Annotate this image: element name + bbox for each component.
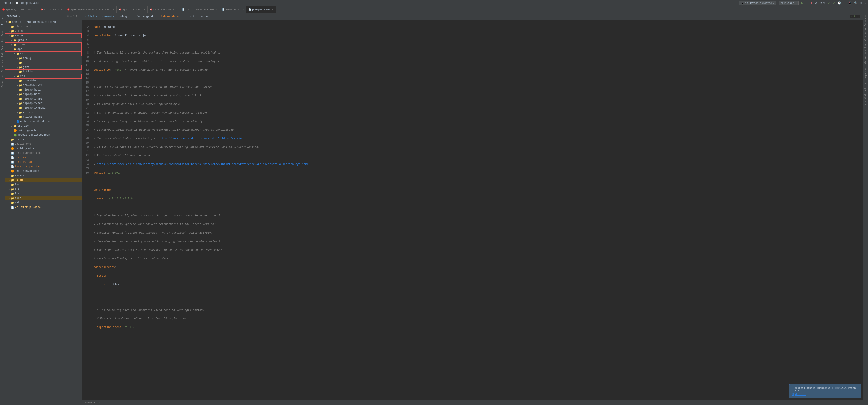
tree-item-mipmap-mdpi[interactable]: ▶ 📁 mipmap-mdpi: [5, 92, 82, 97]
sync-icon[interactable]: ⚙: [67, 14, 69, 18]
right-tab-ads-wifi[interactable]: ADS WiFi: [864, 93, 867, 106]
device-icon[interactable]: 📱: [848, 1, 851, 5]
tab-close-manifest[interactable]: ✕: [216, 8, 217, 11]
tree-item-dart-tool[interactable]: ▶ 📁 .dart_tool: [5, 24, 82, 29]
tab-constants[interactable]: 🎯 constants.dart ✕: [148, 6, 180, 13]
sort-icon[interactable]: ↕: [73, 14, 74, 18]
tree-item-mipmap-xxxhdpi[interactable]: ▶ 📁 mipmap-xxxhdpi: [5, 106, 82, 110]
panel-label-project[interactable]: Project: [1, 14, 4, 26]
tree-item-mipmap-xxhdpi[interactable]: ▶ 📁 mipmap-xxhdpi: [5, 101, 82, 106]
code-line-12: # build by specifying --build-name and -…: [94, 120, 863, 124]
undo-icon[interactable]: ↩: [844, 1, 845, 5]
file-name: 📄 pubspec.yaml: [16, 2, 39, 5]
tab-manifest[interactable]: 📄 AndroidManifest.xml ✕: [180, 6, 220, 13]
tree-item-main[interactable]: ▶ 📁 main: [5, 61, 82, 65]
tab-close-constants[interactable]: ✕: [176, 8, 178, 11]
tree-item-gradle-android[interactable]: ▶ 📁 gradle: [5, 38, 82, 42]
right-tab-flutter-inspector[interactable]: Flutter Inspector: [864, 66, 867, 92]
code-editor[interactable]: 123 456 789 101112 131415 161718 192021 …: [82, 20, 863, 400]
tree-item-android[interactable]: ▼ 📁 android: [5, 33, 82, 38]
tree-label-gradlew: gradlew: [15, 156, 26, 159]
tree-item-values[interactable]: ▶ 📁 values: [5, 110, 82, 115]
git-status: ✓ ✓ ✓: [828, 1, 835, 5]
right-tab-flutter-outline[interactable]: Flutter Outline: [864, 43, 867, 66]
tab-apibody[interactable]: 🎯 apiBodyParameterLabels.dart ✕: [65, 6, 117, 13]
panel-label-pull-requests[interactable]: Pull Requests: [1, 38, 4, 58]
tree-item-gradlew-bat[interactable]: ▶ 📄 gradlew.bat: [5, 160, 82, 164]
debug-button[interactable]: ⚡: [806, 1, 808, 5]
tree-item-gradlew[interactable]: ▶ 📄 gradlew: [5, 155, 82, 160]
tab-close-apiutils[interactable]: ✕: [144, 8, 145, 11]
tree-item-linux[interactable]: ▶ 📁 linux: [5, 192, 82, 196]
tab-splash[interactable]: 🎯 splash_screen.dart ✕: [0, 6, 38, 13]
minimize-icon[interactable]: —: [78, 14, 80, 18]
run-button[interactable]: ▶: [801, 1, 803, 5]
profile-button[interactable]: ↺: [815, 1, 817, 5]
tree-item-gitignore[interactable]: ▶ 📄 .gitignore: [5, 142, 82, 146]
help-icon[interactable]: ?: [865, 2, 866, 5]
tree-item-test[interactable]: ▶ 📁 test: [5, 196, 82, 200]
tree-item-settings-gradle[interactable]: ▶ 🟠 settings.gradle: [5, 169, 82, 173]
clock-icon[interactable]: 🕐: [837, 1, 841, 5]
tree-item-mipmap-xhdpi[interactable]: ▶ 📁 mipmap-xhdpi: [5, 97, 82, 101]
tree-item-google-services[interactable]: ▶ 🟢 google-services.json: [5, 133, 82, 137]
tree-item-debug[interactable]: ▶ 📁 debug: [5, 56, 82, 61]
flutter-doctor-button[interactable]: Flutter doctor: [185, 14, 211, 19]
collapse-icon[interactable]: ☰: [70, 14, 72, 18]
tree-item-gradle-properties[interactable]: ▶ 📄 gradle.properties: [5, 151, 82, 155]
code-content[interactable]: name: erestro description: A new Flutter…: [91, 20, 863, 400]
right-tab-flutter-performance[interactable]: Flutter Performance: [864, 14, 867, 42]
tree-item-ios[interactable]: ▶ 📁 ios: [5, 182, 82, 187]
folder-icon: 📁: [11, 201, 14, 204]
tree-item-local-properties[interactable]: ▶ 📄 local.properties: [5, 164, 82, 169]
tree-item-flutter-plugins[interactable]: ▶ 📄 .flutter-plugins: [5, 205, 82, 209]
tab-close-info[interactable]: ✕: [243, 8, 244, 11]
tree-item-profile[interactable]: ▶ 📁 profile: [5, 124, 82, 128]
settings-icon[interactable]: ⚙: [860, 1, 862, 5]
tree-item-root[interactable]: ▼ 📁 erestro ~/Documents/erestro: [5, 20, 82, 24]
tree-item-build-gradle-root[interactable]: ▶ 🟠 build.gradle: [5, 146, 82, 151]
dart-file-selector[interactable]: main.dart ▾: [779, 1, 799, 5]
tab-close-splash[interactable]: ✕: [35, 8, 36, 11]
panel-label-structure[interactable]: Structure: [1, 59, 4, 74]
pub-outdated-button[interactable]: Pub outdated: [159, 14, 182, 19]
update-link[interactable]: Update...: [792, 393, 806, 396]
tree-item-drawable[interactable]: ▶ 📁 drawable: [5, 78, 82, 83]
tab-close-color[interactable]: ✕: [61, 8, 62, 11]
tree-item-web[interactable]: ▶ 📁 web: [5, 200, 82, 205]
device-selector[interactable]: 📱 no device selected ▾: [739, 1, 776, 5]
tree-item-idea-android[interactable]: ▶ 📁 .idea: [5, 42, 82, 47]
tree-item-res[interactable]: ▼ 📁 res: [5, 74, 82, 78]
tree-item-androidmanifest[interactable]: ▶ 🔵 AndroidManifest.xml: [5, 119, 82, 124]
tab-color[interactable]: 🎯 color.dart ✕: [38, 6, 65, 13]
tab-close-pubspec[interactable]: ✕: [272, 8, 273, 11]
stop-button[interactable]: ■: [811, 1, 812, 5]
code-line-33: [94, 300, 863, 304]
tab-apiutils[interactable]: 🎯 apiUtils.dart ✕: [117, 6, 148, 13]
tree-item-gradle-root[interactable]: ▶ 📁 gradle: [5, 137, 82, 142]
pub-upgrade-button[interactable]: Pub upgrade: [135, 14, 156, 19]
tree-item-values-night[interactable]: ▶ 📁 values-night: [5, 115, 82, 119]
tree-item-kotlin[interactable]: ▶ 📁 kotlin: [5, 70, 82, 74]
search-everywhere-icon[interactable]: 🔍: [854, 1, 858, 5]
panel-label-commit[interactable]: Commit: [1, 27, 4, 37]
tab-info[interactable]: 📄 Info.plist ✕: [220, 6, 246, 13]
tree-item-src[interactable]: ▼ 📁 src: [5, 52, 82, 56]
tree-item-mipmap-hdpi[interactable]: ▶ 📁 mipmap-hdpi: [5, 88, 82, 92]
tree-item-idea[interactable]: ▶ 📁 .idea: [5, 29, 82, 33]
tree-item-drawable-v21[interactable]: ▶ 📁 drawable-v21: [5, 83, 82, 88]
tree-item-lib[interactable]: ▶ 📁 lib: [5, 187, 82, 192]
tree-item-app[interactable]: ▼ 📁 app: [5, 47, 82, 52]
gear-icon[interactable]: ⚙: [76, 14, 77, 18]
tab-pubspec[interactable]: 📄 pubspec.yaml ✕: [246, 6, 276, 13]
panel-label-favorites[interactable]: Favorites: [1, 74, 4, 89]
tab-close-apibody[interactable]: ✕: [113, 8, 114, 11]
tree-item-java[interactable]: ▶ 📁 java: [5, 65, 82, 70]
tree-item-assets[interactable]: ▶ 📁 assets: [5, 173, 82, 178]
code-line-13: # In Android, build-name is used as vers…: [94, 128, 863, 132]
pub-get-button[interactable]: Pub get: [118, 14, 131, 19]
code-line-28: # versions available, run `flutter pub o…: [94, 257, 863, 261]
tree-item-build[interactable]: ▶ 📁 build: [5, 178, 82, 182]
tree-item-build-gradle[interactable]: ▶ 🟠 build.gradle: [5, 128, 82, 133]
folder-icon: 📁: [19, 84, 22, 87]
